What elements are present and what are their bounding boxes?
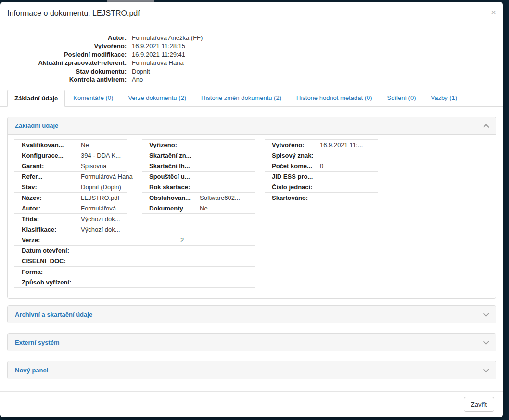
- field-value: Formulářová ...: [81, 205, 123, 212]
- summary-row: Poslední modifikace: 16.9.2021 11:29:41: [0, 50, 503, 59]
- panel-title: Nový panel: [15, 367, 48, 374]
- panel-novy-header[interactable]: Nový panel: [8, 361, 496, 379]
- dialog-body: Autor: Formulářová Anežka (FF) Vytvořeno…: [0, 25, 503, 391]
- field-label: Obsluhovan...: [142, 194, 200, 201]
- dialog-title: Informace o dokumentu: LEJSTRO.pdf: [7, 9, 496, 18]
- field-row: Verze:2: [14, 235, 255, 246]
- panel-novy-panel: Nový panel: [7, 361, 496, 379]
- fields-grid: Kvalifikovan...Ne Konfigurace...394 - DD…: [8, 139, 496, 288]
- panel-archivni-header[interactable]: Archivní a skartační údaje: [8, 306, 496, 323]
- field-value: LEJSTRO.pdf: [81, 194, 119, 201]
- field-column-3: Vytvořeno:16.9.2021 11:... Spisový znak:…: [265, 139, 378, 203]
- field-label: Konfigurace...: [14, 152, 81, 159]
- summary-row: Kontrola antivirem: Ano: [0, 75, 503, 84]
- field-label: Stav:: [14, 184, 81, 191]
- panel-externi-header[interactable]: Externí systém: [8, 334, 496, 351]
- field-row: Spouštěcí u...: [142, 172, 255, 182]
- field-label: Počet kome...: [265, 162, 320, 170]
- field-label: JID ESS pro...: [265, 173, 320, 180]
- summary-label: Kontrola antivirem:: [0, 75, 127, 84]
- field-label: Autor:: [14, 205, 81, 212]
- summary-value: Ano: [127, 75, 143, 84]
- summary-value: Formulářová Anežka (FF): [127, 34, 203, 42]
- field-label: Garant:: [14, 162, 81, 170]
- field-label: CISELNI_DOC:: [14, 258, 180, 265]
- field-row: Vyřízeno:: [142, 140, 255, 150]
- field-row: Refer...Formulárová Hana: [14, 172, 127, 182]
- summary-label: Aktuální zpracovatel-referent:: [0, 59, 127, 67]
- field-row: Číslo jednací:: [265, 182, 378, 193]
- summary-label: Vytvořeno:: [0, 42, 127, 50]
- summary-row: Autor: Formulářová Anežka (FF): [0, 34, 503, 42]
- panel-externi-system: Externí systém: [7, 333, 496, 351]
- field-column-2: Vyřízeno: Skartační zn... Skartační lh..…: [142, 139, 255, 214]
- tab-vazby[interactable]: Vazby (1): [424, 90, 464, 106]
- tab-zakladni-udaje[interactable]: Základní údaje: [7, 90, 65, 107]
- close-button[interactable]: Zavřít: [464, 397, 494, 412]
- field-row: Vytvořeno:16.9.2021 11:...: [265, 140, 378, 150]
- summary-row: Vytvořeno: 16.9.2021 11:28:15: [0, 42, 503, 50]
- field-row: Skartováno:: [265, 193, 378, 203]
- panel-zakladni-udaje-header[interactable]: Základní údaje: [8, 117, 496, 135]
- tab-historie-hodnot-metadat[interactable]: Historie hodnot metadat (0): [290, 90, 379, 106]
- field-row: JID ESS pro...: [265, 172, 378, 182]
- tab-verze-dokumentu[interactable]: Verze dokumentu (2): [121, 90, 193, 106]
- field-row: Spisový znak:: [265, 150, 378, 161]
- field-value: Spisovna: [81, 162, 106, 170]
- field-label: Vytvořeno:: [265, 141, 320, 148]
- fields-left-block: Kvalifikovan...Ne Konfigurace...394 - DD…: [14, 139, 255, 288]
- dialog-header: Informace o dokumentu: LEJSTRO.pdf ×: [0, 2, 503, 25]
- panel-zakladni-udaje-body: Kvalifikovan...Ne Konfigurace...394 - DD…: [8, 135, 496, 298]
- field-label: Verze:: [14, 236, 180, 244]
- field-row: Počet kome...0: [265, 161, 378, 172]
- summary-row: Aktuální zpracovatel-referent: Formuláro…: [0, 59, 503, 67]
- field-value: Ne: [200, 205, 208, 212]
- field-row: Forma:: [14, 267, 255, 277]
- field-value: Formulárová Hana: [81, 173, 133, 180]
- document-summary: Autor: Formulářová Anežka (FF) Vytvořeno…: [0, 34, 503, 84]
- panel-title: Archivní a skartační údaje: [15, 311, 92, 318]
- field-label: Klasifikace:: [14, 226, 81, 233]
- tab-bar: Základní údaje Komentáře (0) Verze dokum…: [0, 90, 503, 107]
- field-label: Vyřízeno:: [142, 141, 200, 148]
- field-row: Dokumenty ...Ne: [142, 203, 255, 214]
- tab-sdileni[interactable]: Sdílení (0): [381, 90, 423, 106]
- field-row: Autor:Formulářová ...: [14, 203, 127, 214]
- field-value: Dopnit (Dopln): [81, 184, 121, 191]
- field-label: Dokumenty ...: [142, 205, 200, 212]
- field-row: Garant:Spisovna: [14, 161, 127, 172]
- field-row: Způsob vyřízení:: [14, 277, 255, 288]
- summary-value: Formulárová Hana: [127, 59, 184, 67]
- field-row: Třída:Výchozí dok...: [14, 214, 127, 224]
- field-label: Skartační zn...: [142, 152, 200, 159]
- chevron-up-icon: [483, 124, 489, 130]
- close-icon[interactable]: ×: [491, 8, 496, 17]
- document-info-dialog: Informace o dokumentu: LEJSTRO.pdf × Aut…: [0, 2, 503, 417]
- field-row: CISELNI_DOC:: [14, 256, 255, 267]
- panel-zakladni-udaje: Základní údaje Kvalifikovan...Ne Konfigu…: [7, 117, 496, 299]
- tab-komentare[interactable]: Komentáře (0): [66, 90, 120, 106]
- field-label: Skartační lh...: [142, 162, 200, 170]
- field-label: Refer...: [14, 173, 81, 180]
- field-row: Konfigurace...394 - DDA K...: [14, 150, 127, 161]
- field-value: 394 - DDA K...: [81, 152, 121, 159]
- chevron-down-icon: [483, 338, 489, 345]
- field-row: Název:LEJSTRO.pdf: [14, 193, 127, 203]
- summary-label: Stav dokumentu:: [0, 67, 127, 75]
- field-column-1: Kvalifikovan...Ne Konfigurace...394 - DD…: [14, 139, 127, 235]
- field-row: Obsluhovan...Software602...: [142, 193, 255, 203]
- summary-value: 16.9.2021 11:28:15: [127, 42, 185, 50]
- chevron-down-icon: [483, 366, 489, 372]
- field-label: Spouštěcí u...: [142, 173, 200, 180]
- field-label: Číslo jednací:: [265, 184, 320, 191]
- fields-columns: Kvalifikovan...Ne Konfigurace...394 - DD…: [14, 139, 255, 235]
- field-label: Datum otevření:: [14, 247, 180, 254]
- summary-value: Dopnit: [127, 67, 150, 75]
- field-label: Spisový znak:: [265, 152, 320, 159]
- panel-title: Základní údaje: [15, 122, 58, 129]
- field-label: Název:: [14, 194, 81, 201]
- tab-historie-zmen-dokumentu[interactable]: Historie změn dokumentu (2): [194, 90, 288, 106]
- panel-title: Externí systém: [15, 339, 60, 346]
- field-row: Klasifikace:Výchozí dok...: [14, 224, 127, 235]
- field-row: Skartační zn...: [142, 150, 255, 161]
